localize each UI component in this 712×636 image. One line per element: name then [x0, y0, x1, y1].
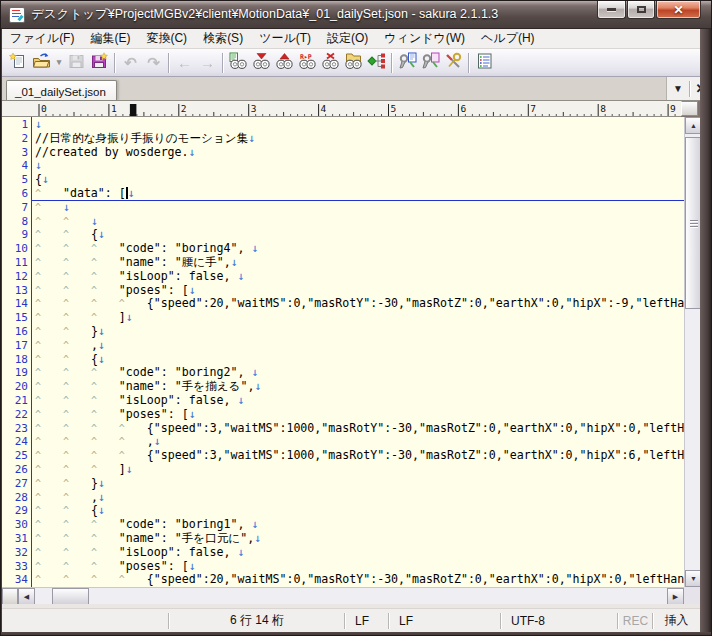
editor-line-22: 22^^^"poses": [↓ — [2, 408, 684, 422]
find-next-button[interactable] — [250, 51, 273, 74]
tab-mark: ^ — [35, 325, 63, 339]
menu-tools[interactable]: ツール(T) — [251, 28, 319, 49]
svg-text:2: 2 — [181, 103, 187, 114]
tab-mark: ^ — [35, 366, 63, 380]
window-right-border — [700, 29, 711, 636]
macro-record-indicator: REC — [619, 609, 652, 632]
insert-mode-indicator[interactable]: 挿入 — [654, 609, 699, 632]
editor-line-8: 8^^↓ — [2, 215, 684, 229]
minimize-button[interactable] — [597, 1, 626, 19]
save-file-button[interactable] — [65, 51, 88, 74]
outline-tree-button[interactable] — [365, 51, 388, 74]
menu-help[interactable]: ヘルプ(H) — [473, 28, 543, 49]
editor-line-1: 1↓ — [2, 118, 684, 132]
undo-button[interactable]: ↶ — [119, 51, 142, 74]
menu-file[interactable]: ファイル(F) — [2, 28, 82, 49]
open-file-dropdown-button[interactable]: ▾ — [53, 51, 65, 74]
tab-mark: ^ — [91, 422, 119, 436]
tab-mark: ^ — [35, 215, 63, 229]
scroll-left-button[interactable]: ◀ — [18, 588, 35, 605]
line-number: 1 — [2, 118, 28, 132]
outline-analysis-button[interactable] — [473, 51, 496, 74]
tab-01-dailyset-json[interactable]: _01_dailySet.json — [6, 80, 117, 100]
line-number: 27 — [2, 477, 28, 491]
menu-settings[interactable]: 設定(O) — [319, 28, 376, 49]
maximize-button[interactable] — [627, 1, 655, 19]
tab-mark: ^ — [91, 380, 119, 394]
editor-line-21: 21^^^"isLoop": false, ↓ — [2, 394, 684, 408]
line-number: 33 — [2, 560, 28, 574]
jump-back-button[interactable]: ← — [173, 51, 196, 74]
close-button[interactable]: ✕ — [656, 1, 701, 19]
svg-text:1: 1 — [111, 103, 117, 114]
jump-forward-button[interactable]: → — [196, 51, 219, 74]
menu-edit[interactable]: 編集(E) — [82, 28, 138, 49]
tab-mark: ^ — [35, 353, 63, 367]
open-file-button[interactable] — [30, 51, 53, 74]
horizontal-split-handle[interactable] — [2, 588, 18, 605]
tab-list-button[interactable]: ▼ — [669, 80, 687, 98]
tab-mark: ^ — [63, 366, 91, 380]
tab-mark: ^ — [63, 311, 91, 325]
tab-mark: ^ — [63, 284, 91, 298]
newline-mark: ↓ — [248, 131, 255, 145]
window-left-border — [1, 29, 2, 636]
tab-mark: ^ — [91, 518, 119, 532]
keyword-settings-button[interactable] — [442, 51, 465, 74]
new-file-button[interactable] — [7, 51, 30, 74]
newline-mark: ↓ — [251, 241, 258, 255]
tab-mark: ^ — [63, 477, 91, 491]
tab-mark: ^ — [35, 573, 63, 587]
horizontal-scrollbar[interactable]: ◀ ▶ — [2, 587, 684, 604]
tab-mark: ^ — [91, 394, 119, 408]
jump-back-icon: ← — [177, 55, 192, 70]
svg-text:9: 9 — [670, 103, 676, 114]
editor-line-32: 32^^^"isLoop": false, ↓ — [2, 546, 684, 560]
clear-search-mark-button[interactable] — [319, 51, 342, 74]
text-editor-area[interactable]: 1↓2//日常的な身振り手振りのモーション集↓3//created by wos… — [2, 117, 684, 587]
editor-line-18: 18^^{↓ — [2, 353, 684, 367]
editor-line-11: 11^^^"name": "腰に手",↓ — [2, 256, 684, 270]
newline-mark: ↓ — [254, 531, 261, 545]
redo-button[interactable]: ↷ — [142, 51, 165, 74]
tab-mark: ^ — [63, 491, 91, 505]
editor-line-13: 13^^^"poses": [↓ — [2, 284, 684, 298]
tab-controls-divider — [689, 81, 690, 97]
find-button[interactable] — [227, 51, 250, 74]
encoding-indicator[interactable]: UTF-8 — [502, 609, 617, 632]
svg-text:4: 4 — [321, 103, 327, 114]
common-settings-button[interactable] — [419, 51, 442, 74]
menu-search[interactable]: 検索(S) — [195, 28, 251, 49]
newline-mark: ↓ — [128, 186, 135, 200]
menu-convert[interactable]: 変換(C) — [138, 28, 195, 49]
scroll-right-button[interactable]: ▶ — [667, 588, 684, 605]
find-prev-button[interactable] — [273, 51, 296, 74]
type-settings-button[interactable] — [396, 51, 419, 74]
save-all-icon — [90, 52, 109, 74]
undo-icon: ↶ — [124, 55, 137, 70]
replace-button[interactable]: R▸P — [296, 51, 319, 74]
input-eol-type[interactable]: LF — [390, 609, 500, 632]
tab-mark: ^ — [63, 532, 91, 546]
menu-window[interactable]: ウィンドウ(W) — [376, 28, 473, 49]
save-all-button[interactable] — [88, 51, 111, 74]
line-number: 26 — [2, 463, 28, 477]
vertical-split-handle[interactable] — [681, 101, 698, 116]
tab-bar: _01_dailySet.json ▼ ✕ — [2, 77, 712, 101]
tab-mark: ^ — [91, 311, 119, 325]
newline-mark: ↓ — [63, 200, 70, 214]
grep-button[interactable] — [342, 51, 365, 74]
line-number: 4 — [2, 159, 28, 173]
tab-mark: ^ — [63, 353, 91, 367]
ruler-ticks: 012345678910 — [2, 101, 681, 117]
find-next-icon — [252, 52, 271, 74]
outline-tree-icon — [367, 52, 386, 74]
vertical-scrollbar[interactable]: ▲ ▼ — [684, 117, 701, 587]
tab-mark: ^ — [63, 270, 91, 284]
newline-mark: ↓ — [126, 310, 133, 324]
horizontal-scrollbar-thumb[interactable] — [52, 588, 89, 605]
line-number: 10 — [2, 242, 28, 256]
newline-mark: ↓ — [238, 545, 245, 559]
tab-mark: ^ — [119, 435, 147, 449]
tab-mark: ^ — [35, 228, 63, 242]
